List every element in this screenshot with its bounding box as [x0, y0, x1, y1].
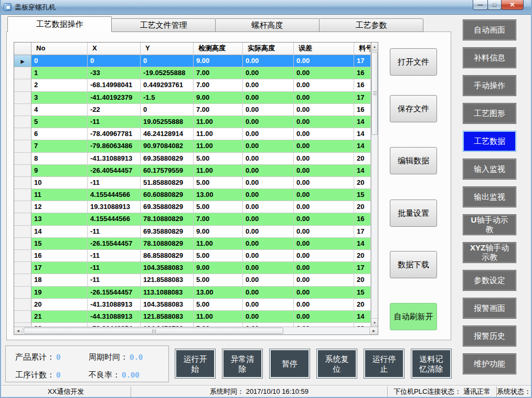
cell-material-no[interactable]: 15 [354, 287, 371, 299]
cell-error[interactable]: 0.00 [294, 116, 354, 128]
cell-detect-height[interactable]: 13.00 [194, 189, 243, 201]
cell-no[interactable]: 18 [31, 274, 88, 286]
cell-detect-height[interactable]: 5.00 [194, 299, 243, 311]
cell-actual-height[interactable]: 0.00 [243, 201, 294, 213]
cell-x[interactable]: -11 [88, 274, 141, 286]
cell-actual-height[interactable]: 0.00 [243, 323, 294, 327]
nav-output-monitor[interactable]: 输出监视 [463, 186, 516, 207]
data-download-button[interactable]: 数据下载 [390, 251, 437, 278]
tab-screw-height[interactable]: 螺杆高度 [215, 18, 320, 32]
cell-no[interactable]: 0 [31, 55, 88, 67]
cell-material-no[interactable]: 16 [354, 67, 371, 79]
table-row[interactable]: ▶ 14 -11 69.35880829 9.00 0.00 0.00 17 [14, 226, 371, 238]
cell-no[interactable]: 6 [31, 128, 88, 140]
nav-input-monitor[interactable]: 输入监视 [463, 159, 516, 180]
table-row[interactable]: ▶ 19 -26.15544457 113.1088083 13.00 0.00… [14, 287, 371, 299]
cell-material-no[interactable]: 20 [354, 323, 371, 327]
cell-error[interactable]: 0.00 [294, 79, 354, 91]
row-selector-cell[interactable]: ▶ [14, 128, 31, 140]
cell-detect-height[interactable]: 11.00 [194, 165, 243, 177]
cell-y[interactable]: 69.35880829 [141, 153, 194, 165]
cell-y[interactable]: -19.05255888 [141, 67, 194, 79]
cell-actual-height[interactable]: 0.00 [243, 250, 294, 262]
cell-material-no[interactable]: 20 [354, 153, 371, 165]
cell-y[interactable]: 19.05255888 [141, 116, 194, 128]
cell-material-no[interactable]: 14 [354, 116, 371, 128]
cell-no[interactable]: 1 [31, 67, 88, 79]
cell-material-no[interactable]: 20 [354, 250, 371, 262]
cell-y[interactable]: 60.17579559 [141, 165, 194, 177]
cell-y[interactable]: 0.449293761 [141, 79, 194, 91]
cell-material-no[interactable]: 14 [354, 140, 371, 152]
system-reset-button[interactable]: 系统复 位 [316, 349, 357, 379]
row-selector-header[interactable] [14, 43, 31, 55]
cell-actual-height[interactable]: 0.00 [243, 287, 294, 299]
cell-x[interactable]: -11 [88, 116, 141, 128]
cell-no[interactable]: 21 [31, 311, 88, 323]
cell-error[interactable]: 0.00 [294, 189, 354, 201]
cell-no[interactable]: 8 [31, 153, 88, 165]
cell-no[interactable]: 4 [31, 104, 88, 116]
row-selector-cell[interactable]: ▶ [14, 189, 31, 201]
cell-x[interactable]: 4.155444566 [88, 189, 141, 201]
row-selector-cell[interactable]: ▶ [14, 55, 31, 67]
cell-detect-height[interactable]: 5.00 [194, 274, 243, 286]
row-selector-cell[interactable]: ▶ [14, 165, 31, 177]
cell-error[interactable]: 0.00 [294, 67, 354, 79]
cell-error[interactable]: 0.00 [294, 55, 354, 67]
cell-no[interactable]: 3 [31, 92, 88, 104]
table-row[interactable]: ▶ 2 -68.14998041 0.449293761 7.00 0.00 0… [14, 79, 371, 91]
cell-detect-height[interactable]: 5.00 [194, 153, 243, 165]
cell-detect-height[interactable]: 9.00 [194, 92, 243, 104]
scroll-right-button[interactable]: ▶ [369, 328, 378, 334]
grid-header-cell[interactable]: Y [141, 43, 194, 55]
cell-y[interactable]: 90.97084082 [141, 140, 194, 152]
cell-detect-height[interactable]: 13.00 [194, 287, 243, 299]
cell-actual-height[interactable]: 0.00 [243, 238, 294, 250]
open-file-button[interactable]: 打开文件 [390, 48, 437, 76]
cell-no[interactable]: 17 [31, 262, 88, 274]
scroll-down-button[interactable]: ▼ [371, 318, 378, 327]
row-selector-cell[interactable]: ▶ [14, 116, 31, 128]
table-row[interactable]: ▶ 1 -33 -19.05255888 7.00 0.00 0.00 16 [14, 67, 371, 79]
cell-material-no[interactable]: 16 [354, 79, 371, 91]
cell-y[interactable]: 104.3588083 [141, 262, 194, 274]
cell-no[interactable]: 13 [31, 213, 88, 225]
row-selector-cell[interactable]: ▶ [14, 213, 31, 225]
row-selector-cell[interactable]: ▶ [14, 274, 31, 286]
table-row[interactable]: ▶ 6 -78.40967781 46.24128914 11.00 0.00 … [14, 128, 371, 140]
nav-auto-screen[interactable]: 自动画面 [463, 19, 516, 40]
grid-header-cell[interactable]: 检测高度 [194, 43, 243, 55]
cell-material-no[interactable]: 17 [354, 55, 371, 67]
table-row[interactable]: ▶ 5 -11 19.05255888 11.00 0.00 0.00 14 [14, 116, 371, 128]
cell-no[interactable]: 14 [31, 226, 88, 238]
titlebar[interactable]: 盖板穿螺孔机 — □ ✕ [0, 0, 532, 15]
cell-error[interactable]: 0.00 [294, 238, 354, 250]
auto-refresh-button[interactable]: 自动刷新开 [390, 303, 437, 330]
grid-header-cell[interactable]: X [88, 43, 141, 55]
nav-manual-operation[interactable]: 手动操作 [463, 75, 516, 96]
cell-detect-height[interactable]: 11.00 [194, 311, 243, 323]
nav-alarm-screen[interactable]: 报警画面 [463, 298, 516, 319]
nav-u-axis-teach[interactable]: U轴手动示 教 [463, 214, 516, 235]
cell-material-no[interactable]: 14 [354, 311, 371, 323]
cell-actual-height[interactable]: 0.00 [243, 165, 294, 177]
cell-y[interactable]: 78.10880829 [141, 213, 194, 225]
cell-detect-height[interactable]: 11.00 [194, 116, 243, 128]
cell-material-no[interactable]: 14 [354, 165, 371, 177]
row-selector-cell[interactable]: ▶ [14, 250, 31, 262]
cell-material-no[interactable]: 20 [354, 299, 371, 311]
cell-error[interactable]: 0.00 [294, 213, 354, 225]
cell-no[interactable]: 10 [31, 177, 88, 189]
cell-detect-height[interactable]: 11.00 [194, 128, 243, 140]
cell-detect-height[interactable]: 9.00 [194, 226, 243, 238]
nav-parameter-setting[interactable]: 参数设定 [463, 270, 516, 291]
cell-error[interactable]: 0.00 [294, 311, 354, 323]
cell-detect-height[interactable]: 9.00 [194, 55, 243, 67]
cell-no[interactable]: 19 [31, 287, 88, 299]
row-selector-cell[interactable]: ▶ [14, 323, 31, 327]
row-selector-cell[interactable]: ▶ [14, 299, 31, 311]
cell-no[interactable]: 22 [31, 323, 88, 327]
grid-header-cell[interactable]: 误差 [294, 43, 354, 55]
table-row[interactable]: ▶ 20 -41.31088913 104.3588083 5.00 0.00 … [14, 299, 371, 311]
